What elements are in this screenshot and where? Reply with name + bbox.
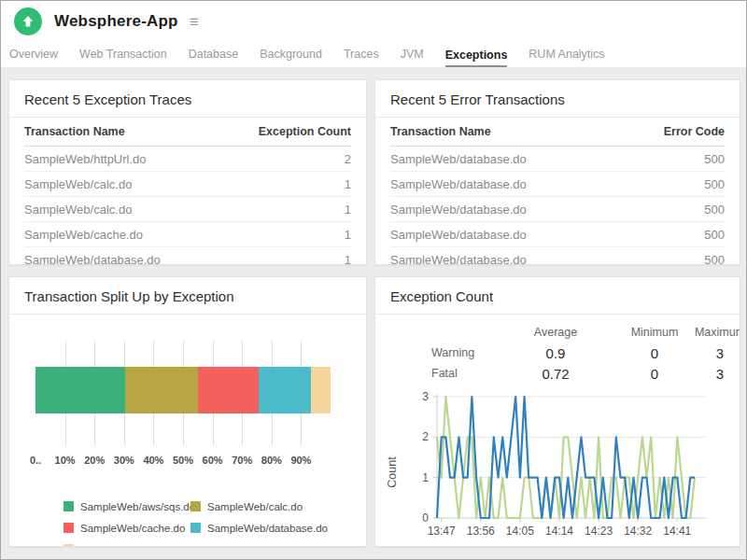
legend-item-sampleweb-database-do[interactable]: SampleWeb/database.do (190, 523, 366, 534)
bar-segment-cache.do[interactable] (198, 367, 259, 413)
transaction-name-cell[interactable]: SampleWeb/database.do (390, 177, 527, 191)
x-tick-label: 70% (232, 455, 252, 466)
panel-transaction-split: Transaction Split Up by Exception 0..10%… (8, 276, 367, 547)
tab-jvm[interactable]: JVM (401, 48, 424, 63)
column-exception-count: Exception Count (259, 125, 351, 138)
stats-value: 0.9 (486, 345, 626, 361)
transaction-name-cell[interactable]: SampleWeb/database.do (390, 203, 527, 217)
app-window: Websphere-App ≡ OverviewWeb TransactionD… (0, 0, 747, 560)
column-transaction-name: Transaction Name (24, 125, 125, 138)
legend-item-sampleweb-cache-do[interactable]: SampleWeb/cache.do (63, 523, 190, 534)
value-cell: 1 (345, 228, 351, 242)
up-arrow-icon (21, 14, 35, 29)
legend-label: SampleWeb/calc.do (207, 501, 303, 512)
legend-swatch (63, 544, 74, 547)
legend-swatch (190, 523, 201, 533)
stats-value: 0 (626, 366, 684, 382)
panel-title: Transaction Split Up by Exception (9, 277, 366, 315)
stacked-bar-plot (35, 341, 331, 445)
transaction-name-cell[interactable]: SampleWeb/database.do (390, 152, 527, 166)
panel-title: Exception Count (375, 277, 740, 315)
panel-recent-error-transactions: Recent 5 Error Transactions Transaction … (374, 79, 740, 265)
stats-row-label: Fatal (390, 367, 486, 380)
legend-item-sampleweb-aws-sqs-do[interactable]: SampleWeb/aws/sqs.do (63, 501, 190, 512)
axis-label: 13:47 (428, 525, 456, 538)
tab-background[interactable]: Background (260, 48, 322, 63)
transaction-name-cell[interactable]: SampleWeb/database.do (24, 253, 161, 266)
transaction-split-chart: 0..10%20%30%40%50%60%70%80%90% (24, 341, 351, 483)
exception-count-stats: AverageMinimumMaximumWarning0.903Fatal0.… (390, 322, 740, 384)
axis-label: 2 (422, 430, 429, 443)
transaction-name-cell[interactable]: SampleWeb/calc.do (24, 177, 132, 191)
axis-label: 14:14 (545, 525, 573, 538)
table-row: SampleWeb/calc.do1 (24, 172, 351, 197)
stats-column-maximum: Maximum (684, 326, 740, 339)
stats-row-label: Warning (390, 346, 486, 359)
legend-label: SampleWeb/cache.do (80, 523, 185, 534)
transaction-name-cell[interactable]: SampleWeb/cache.do (24, 228, 143, 242)
stats-row-warning: Warning0.903 (390, 343, 740, 363)
tab-overview[interactable]: Overview (9, 48, 58, 63)
axis-label: 14:05 (506, 525, 534, 538)
stacked-bar (35, 367, 331, 413)
tab-rum-analytics[interactable]: RUM Analytics (529, 48, 604, 63)
legend-label: SampleWeb/database.do (207, 523, 328, 534)
table-row: SampleWeb/database.do500 (390, 147, 725, 172)
x-tick-label: 40% (143, 455, 163, 466)
table-row: SampleWeb/database.do1 (24, 247, 351, 265)
x-tick-label: 80% (261, 455, 282, 466)
axis-label: Count (386, 456, 399, 488)
exception-count-chart: 012313:4713:5614:0514:1414:2314:3214:41C… (381, 389, 740, 547)
stats-value: 0.72 (486, 366, 626, 382)
dashboard-content: Recent 5 Exception Traces Transaction Na… (1, 67, 746, 559)
transaction-name-cell[interactable]: SampleWeb/database.do (390, 228, 527, 242)
transaction-name-cell[interactable]: SampleWeb/database.do (390, 253, 527, 266)
exception-traces-table: Transaction Name Exception Count SampleW… (9, 118, 366, 265)
bar-segment-database.do[interactable] (259, 367, 312, 413)
table-body: SampleWeb/httpUrl.do2SampleWeb/calc.do1S… (24, 147, 351, 265)
x-tick-label: 10% (55, 455, 76, 466)
x-tick-label: 90% (290, 455, 311, 466)
bar-segment-calc.do[interactable] (125, 367, 197, 413)
table-row: SampleWeb/database.do500 (390, 172, 725, 197)
legend-item-sampleweb-calc-do[interactable]: SampleWeb/calc.do (190, 501, 366, 512)
table-row: SampleWeb/httpUrl.do2 (24, 147, 351, 172)
bar-axis-ticks: 0..10%20%30%40%50%60%70%80%90% (35, 455, 331, 469)
table-row: SampleWeb/cache.do1 (24, 222, 351, 247)
legend-swatch (190, 501, 201, 511)
x-tick-label: 50% (173, 455, 193, 466)
value-cell: 500 (704, 203, 725, 217)
tab-traces[interactable]: Traces (344, 48, 379, 63)
axis-label: 1 (422, 471, 429, 484)
value-cell: 500 (704, 177, 725, 191)
stats-value: 3 (684, 366, 740, 382)
tab-web-transaction[interactable]: Web Transaction (79, 48, 167, 63)
table-row: SampleWeb/database.do500 (390, 197, 725, 222)
stats-value: 0 (626, 345, 684, 361)
tab-bar: OverviewWeb TransactionDatabaseBackgroun… (1, 42, 746, 67)
stats-row-fatal: Fatal0.7203 (390, 363, 740, 384)
tab-database[interactable]: Database (189, 48, 239, 63)
legend-item-sampleweb-httpurl-do[interactable]: SampleWeb/httpUrl.do (63, 544, 190, 548)
bar-segment-httpUrl.do[interactable] (311, 367, 331, 413)
table-header: Transaction Name Error Code (390, 118, 725, 147)
transaction-name-cell[interactable]: SampleWeb/httpUrl.do (24, 152, 147, 166)
legend-label: SampleWeb/httpUrl.do (80, 544, 188, 548)
monitor-status-up-icon (14, 7, 42, 35)
value-cell: 1 (345, 203, 351, 217)
axis-label: 0 (422, 511, 429, 525)
value-cell: 1 (345, 253, 351, 266)
value-cell: 2 (345, 152, 351, 166)
axis-label: 13:56 (467, 525, 495, 538)
error-transactions-table: Transaction Name Error Code SampleWeb/da… (375, 118, 740, 265)
table-row: SampleWeb/database.do500 (390, 222, 725, 247)
tab-exceptions[interactable]: Exceptions (445, 49, 508, 68)
bar-segment-sqs.do[interactable] (35, 367, 125, 413)
legend-label: SampleWeb/aws/sqs.do (80, 501, 195, 512)
hamburger-menu-icon[interactable]: ≡ (190, 14, 199, 30)
axis-label: 14:32 (624, 525, 652, 538)
stats-header-row: AverageMinimumMaximum (390, 322, 740, 343)
x-tick-label: 30% (114, 455, 134, 466)
transaction-name-cell[interactable]: SampleWeb/calc.do (24, 203, 132, 217)
value-cell: 500 (704, 228, 725, 242)
